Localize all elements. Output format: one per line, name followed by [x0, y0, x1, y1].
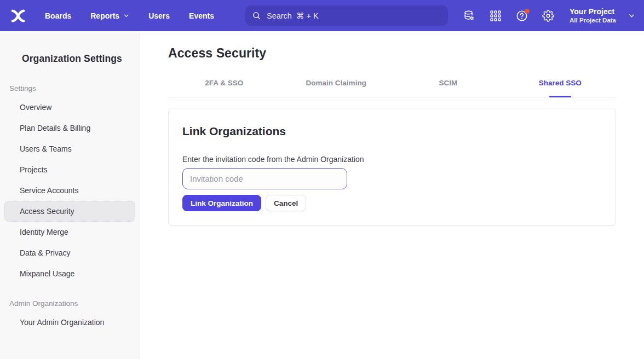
project-name: Your Project [570, 7, 616, 17]
nav-item-events-label: Events [189, 11, 214, 20]
tab-label: 2FA & SSO [205, 79, 243, 87]
sidebar-item-label: Plan Details & Billing [20, 124, 90, 132]
global-search[interactable] [245, 5, 448, 26]
project-dataset: All Project Data [570, 16, 616, 24]
sidebar-item-label: Projects [20, 165, 48, 174]
project-switcher[interactable]: Your Project All Project Data [570, 7, 635, 25]
nav-item-reports-label: Reports [90, 11, 119, 20]
sidebar-item-label: Access Security [20, 207, 74, 216]
tab-label: Shared SSO [539, 79, 582, 87]
invitation-code-description: Enter the invitation code from the Admin… [182, 155, 602, 164]
card-title: Link Organizations [182, 125, 602, 138]
page-title: Access Security [168, 46, 616, 61]
sidebar-item-service-accounts[interactable]: Service Accounts [0, 180, 140, 201]
sidebar-item-identity-merge[interactable]: Identity Merge [0, 222, 140, 242]
search-input[interactable] [267, 11, 441, 20]
access-security-tabs: 2FA & SSO Domain Claiming SCIM Shared SS… [168, 74, 616, 97]
data-management-icon[interactable] [463, 10, 475, 22]
sidebar-item-plan-details-billing[interactable]: Plan Details & Billing [0, 118, 140, 138]
sidebar-item-label: Identity Merge [20, 228, 68, 236]
sidebar-item-label: Service Accounts [20, 186, 78, 195]
sidebar-item-label: Mixpanel Usage [20, 269, 74, 278]
sidebar-item-data-privacy[interactable]: Data & Privacy [0, 242, 140, 263]
notification-dot [525, 9, 530, 14]
mixpanel-logo-icon[interactable] [9, 7, 27, 25]
active-tab-indicator [549, 96, 571, 97]
nav-item-reports[interactable]: Reports [90, 11, 129, 20]
nav-item-users-label: Users [148, 11, 170, 20]
nav-item-boards[interactable]: Boards [45, 11, 71, 20]
settings-icon[interactable] [542, 10, 554, 22]
link-organization-button[interactable]: Link Organization [182, 195, 261, 211]
tab-label: Domain Claiming [306, 79, 366, 87]
nav-item-boards-label: Boards [45, 11, 71, 20]
help-icon[interactable] [516, 10, 528, 22]
tab-scim[interactable]: SCIM [392, 74, 504, 97]
sidebar-section-settings-label: Settings [0, 84, 140, 92]
chevron-down-icon [628, 12, 635, 19]
sidebar-item-overview[interactable]: Overview [0, 97, 140, 118]
nav-item-events[interactable]: Events [189, 11, 214, 20]
sidebar-item-label: Data & Privacy [20, 248, 71, 257]
search-icon [252, 11, 261, 20]
nav-item-users[interactable]: Users [148, 11, 170, 20]
nav-links: Boards Reports Users Events [45, 11, 214, 20]
sidebar-item-users-teams[interactable]: Users & Teams [0, 138, 140, 159]
card-actions: Link Organization Cancel [182, 195, 602, 211]
tab-2fa-sso[interactable]: 2FA & SSO [168, 74, 280, 97]
top-navbar: Boards Reports Users Events [0, 0, 644, 31]
tab-domain-claiming[interactable]: Domain Claiming [280, 74, 393, 97]
apps-grid-icon[interactable] [490, 10, 502, 22]
sidebar-item-your-admin-organization[interactable]: Your Admin Organization [0, 312, 140, 333]
sidebar-item-projects[interactable]: Projects [0, 159, 140, 180]
sidebar-item-label: Users & Teams [20, 144, 72, 153]
project-switcher-labels: Your Project All Project Data [570, 7, 616, 25]
tab-shared-sso[interactable]: Shared SSO [504, 74, 617, 97]
sidebar-item-access-security[interactable]: Access Security [4, 201, 135, 222]
chevron-down-icon [123, 13, 129, 19]
cancel-button[interactable]: Cancel [266, 195, 306, 211]
sidebar-section-admin-orgs-label: Admin Organizations [0, 299, 140, 308]
sidebar-item-label: Overview [20, 103, 51, 112]
navbar-action-icons [463, 10, 554, 22]
sidebar-item-mixpanel-usage[interactable]: Mixpanel Usage [0, 263, 140, 284]
sidebar-item-label: Your Admin Organization [20, 318, 104, 327]
tab-label: SCIM [439, 79, 457, 87]
org-settings-sidebar: Organization Settings Settings Overview … [0, 31, 140, 359]
link-organizations-card: Link Organizations Enter the invitation … [168, 108, 616, 226]
page-shell: Organization Settings Settings Overview … [0, 31, 644, 359]
sidebar-title: Organization Settings [0, 53, 140, 65]
invitation-code-input[interactable] [182, 168, 347, 189]
main-content: Access Security 2FA & SSO Domain Claimin… [140, 31, 644, 359]
